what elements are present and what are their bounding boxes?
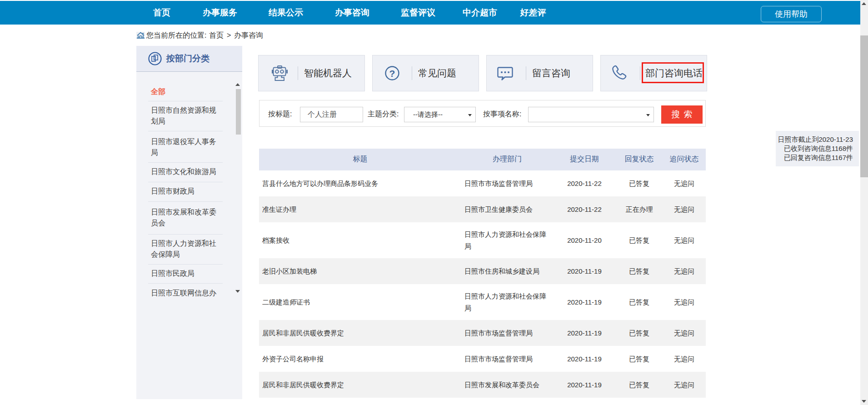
- svg-text:?: ?: [389, 68, 395, 79]
